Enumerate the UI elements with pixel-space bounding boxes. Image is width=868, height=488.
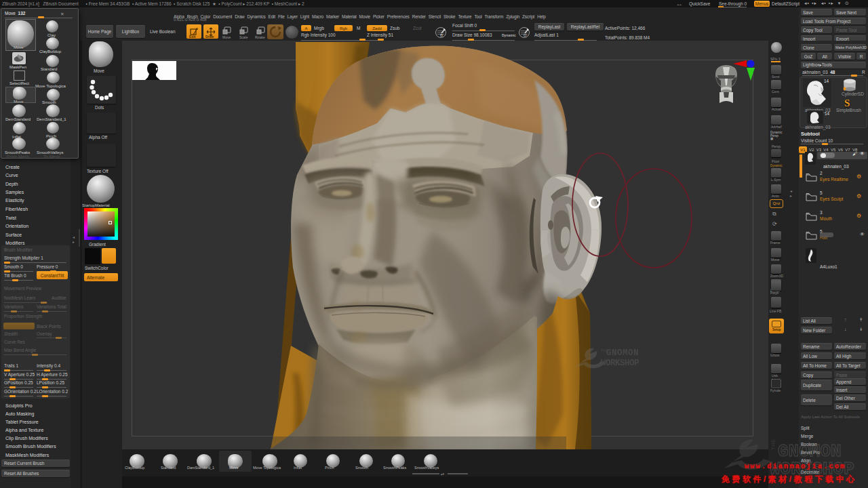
svg-text:GNOMON: GNOMON — [606, 348, 639, 358]
svg-text:THE: THE — [601, 348, 608, 352]
svg-text:THE: THE — [770, 439, 776, 450]
svg-text:B: B — [440, 33, 443, 37]
svg-text:WORKSHOP: WORKSHOP — [601, 359, 639, 368]
svg-text:D: D — [524, 33, 527, 37]
